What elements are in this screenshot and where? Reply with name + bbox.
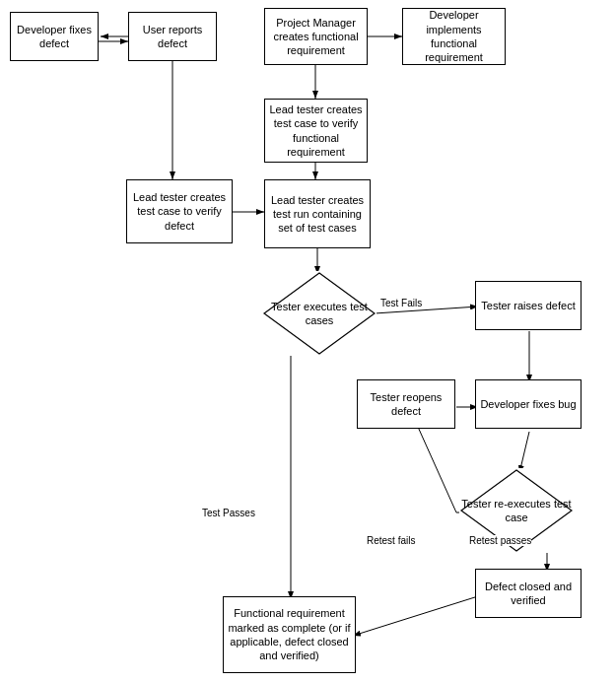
pm-creates-req-box: Project Manager creates functional requi… (264, 8, 368, 65)
retest-passes-label: Retest passes (469, 535, 531, 546)
defect-closed-box: Defect closed and verified (475, 569, 582, 618)
dev-implements-box: Developer implements functional requirem… (402, 8, 506, 65)
svg-line-16 (353, 596, 478, 636)
lead-creates-verify-defect-box: Lead tester creates test case to verify … (126, 179, 233, 243)
test-fails-label: Test Fails (380, 298, 422, 308)
retest-fails-label: Retest fails (367, 535, 415, 546)
svg-line-11 (519, 432, 529, 473)
lead-creates-test-run-box: Lead tester creates test run containing … (264, 179, 371, 248)
tester-raises-defect-box: Tester raises defect (475, 281, 582, 330)
developer-fixes-bug-box: Developer fixes bug (475, 379, 582, 429)
tester-executes-diamond: Tester executes test cases (262, 271, 376, 356)
functional-req-complete-box: Functional requirement marked as complet… (223, 596, 356, 673)
user-reports-defect-box: User reports defect (128, 12, 217, 61)
flowchart-diagram: Developer fixes defect User reports defe… (0, 0, 616, 683)
tester-reopens-defect-box: Tester reopens defect (357, 379, 455, 429)
lead-creates-test-case-req-box: Lead tester creates test case to verify … (264, 99, 368, 163)
dev-fixes-defect-box: Developer fixes defect (10, 12, 99, 61)
test-passes-label: Test Passes (202, 508, 255, 518)
